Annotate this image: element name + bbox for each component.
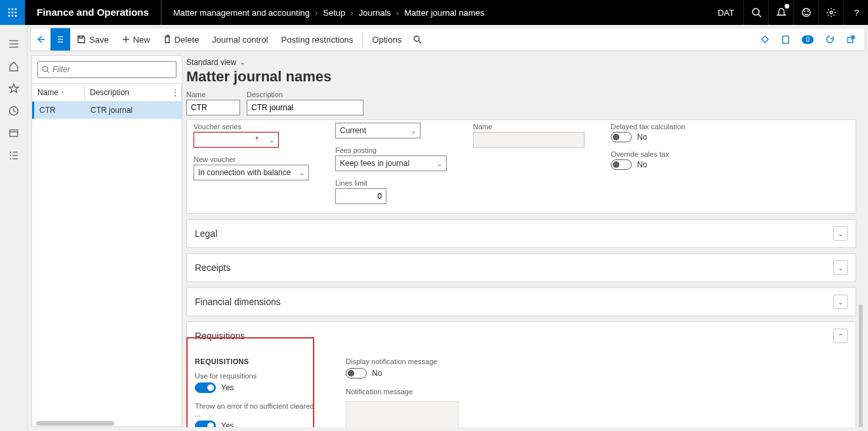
messages-button[interactable]: 0: [796, 28, 819, 51]
field-description: Description: [247, 91, 363, 115]
value-delayed-tax: No: [637, 133, 647, 142]
nav-menu-button[interactable]: [0, 33, 28, 55]
app-launcher[interactable]: [0, 0, 25, 25]
textarea-notification-message[interactable]: [346, 401, 459, 427]
input-name2: [473, 132, 585, 148]
svg-point-6: [9, 15, 10, 17]
dropdown-voucher-series[interactable]: *⌄: [194, 132, 279, 148]
save-button[interactable]: Save: [70, 28, 115, 51]
svg-point-12: [804, 10, 805, 12]
new-button[interactable]: New: [115, 28, 157, 51]
crumb-3[interactable]: Matter journal names: [404, 8, 484, 18]
journal-control-button[interactable]: Journal control: [205, 28, 274, 51]
svg-point-37: [43, 66, 48, 72]
gear-icon: [827, 8, 836, 17]
nav-modules[interactable]: [0, 144, 28, 167]
col-header-name[interactable]: Name↑: [32, 84, 85, 101]
crumb-0[interactable]: Matter management and accounting: [173, 8, 310, 18]
toolbar: Save New Delete Journal control Posting …: [30, 28, 865, 51]
field-name: Name: [186, 91, 240, 115]
refresh-button[interactable]: [820, 28, 840, 51]
label-notification-message: Notification message: [346, 388, 459, 396]
popout-icon: [846, 35, 856, 44]
dropdown-current[interactable]: Current⌄: [335, 123, 421, 138]
chevron-down-icon: ⌄: [299, 169, 304, 176]
dropdown-fees-posting[interactable]: Keep fees in journal⌄: [335, 155, 447, 171]
edit-icon: [56, 35, 65, 44]
posting-restrictions-button[interactable]: Posting restrictions: [275, 28, 360, 51]
crumb-2[interactable]: Journals: [359, 8, 391, 18]
list-row-selected[interactable]: CTR CTR journal: [32, 102, 182, 119]
dropdown-new-voucher[interactable]: In connection with balance⌄: [194, 165, 309, 180]
office-icon: [781, 35, 790, 44]
col-header-desc[interactable]: Description: [85, 84, 182, 101]
search-button[interactable]: [743, 0, 768, 25]
horizontal-scrollbar[interactable]: [32, 420, 182, 426]
options-label: Options: [372, 35, 402, 45]
section-financial-dimensions[interactable]: Financial dimensions ⌄: [186, 287, 856, 316]
filter-box[interactable]: [37, 61, 176, 78]
section-legal[interactable]: Legal ⌄: [186, 219, 856, 248]
label-delayed-tax: Delayed tax calculation: [611, 123, 722, 131]
value-display-notification: No: [372, 369, 382, 378]
journal-control-label: Journal control: [212, 35, 268, 45]
trash-icon: [163, 35, 171, 44]
nav-favorites[interactable]: [0, 77, 28, 100]
find-button[interactable]: [408, 28, 427, 51]
top-bar: Finance and Operations Matter management…: [0, 0, 868, 25]
nav-recent[interactable]: [0, 100, 28, 122]
refresh-icon: [825, 35, 835, 44]
svg-line-38: [47, 71, 49, 73]
svg-point-13: [807, 10, 808, 12]
nav-home[interactable]: [0, 55, 28, 77]
delete-button[interactable]: Delete: [157, 28, 206, 51]
input-description[interactable]: [247, 100, 363, 115]
delete-label: Delete: [175, 35, 199, 45]
detail-panel: Standard view⌄ Matter journal names Name…: [186, 55, 864, 427]
svg-line-10: [758, 14, 761, 17]
arrow-left-icon: [36, 35, 45, 44]
waffle-icon: [8, 8, 17, 17]
input-lines-limit[interactable]: [335, 188, 386, 204]
options-button[interactable]: Options: [365, 28, 408, 51]
svg-text:?: ?: [854, 8, 859, 18]
nav-workspaces[interactable]: [0, 122, 28, 144]
field-voucher-series: Voucher series *⌄: [194, 123, 309, 148]
label-display-notification: Display notification message: [346, 358, 459, 365]
attachments-button[interactable]: [755, 28, 775, 51]
chevron-down-icon: ⌄: [833, 295, 848, 309]
svg-point-33: [414, 36, 419, 41]
vertical-scrollbar[interactable]: [859, 304, 863, 427]
home-icon: [9, 61, 19, 72]
input-name[interactable]: [186, 100, 240, 115]
office-button[interactable]: [776, 28, 795, 51]
chevron-down-icon: ⌄: [411, 127, 416, 134]
settings-button[interactable]: [818, 0, 843, 25]
field-name2: Name: [473, 123, 585, 148]
company-selector[interactable]: DAT: [709, 8, 743, 18]
left-rail: [0, 25, 28, 431]
list-headers: Name↑ Description ⋮: [32, 83, 182, 102]
help-button[interactable]: ?: [843, 0, 868, 25]
plus-icon: [122, 35, 130, 43]
filter-input[interactable]: [52, 65, 172, 74]
section-receipts[interactable]: Receipts ⌄: [186, 253, 856, 282]
general-section: Voucher series *⌄ New voucher In connect…: [186, 119, 856, 214]
edit-mode-button[interactable]: [51, 28, 70, 51]
page-title: Matter journal names: [186, 68, 856, 85]
value-override-tax: No: [637, 160, 647, 169]
search-icon: [413, 35, 422, 44]
search-icon: [752, 8, 761, 17]
notifications-button[interactable]: [768, 0, 793, 25]
toggle-delayed-tax[interactable]: [611, 132, 632, 142]
view-selector[interactable]: Standard view⌄: [186, 55, 856, 68]
toggle-display-notification[interactable]: [346, 368, 367, 379]
popout-button[interactable]: [841, 28, 861, 51]
back-button[interactable]: [31, 28, 51, 51]
badge-count: 0: [802, 35, 814, 44]
svg-line-34: [419, 41, 421, 43]
crumb-1[interactable]: Setup: [323, 8, 345, 18]
feedback-button[interactable]: [793, 0, 818, 25]
col-options-button[interactable]: ⋮: [171, 88, 179, 97]
toggle-override-tax[interactable]: [611, 159, 632, 170]
